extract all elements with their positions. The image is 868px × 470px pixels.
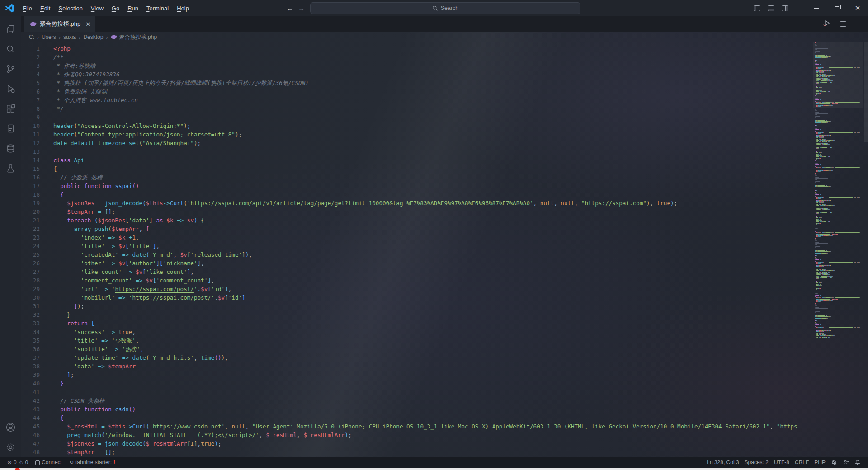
minimize-button[interactable] [806, 0, 826, 16]
tab-close-icon[interactable]: ✕ [85, 21, 90, 28]
problems-indicator[interactable]: ⊗ 0 ⚠ 0 [5, 457, 31, 468]
line-number: 28 [21, 276, 40, 285]
settings-gear-icon[interactable] [0, 437, 21, 457]
encoding-setting[interactable]: UTF-8 [771, 459, 792, 465]
line-number: 15 [21, 164, 40, 173]
code-line: 43 public function csdn() [21, 405, 811, 414]
feedback-person-icon[interactable] [840, 459, 852, 465]
tabnine-status[interactable]: ↻ tabnine starter: ! [66, 457, 118, 468]
code-pane[interactable]: 1<?php2/**3 * 作者:苏晓晴4 * 作者QQ:30741938365… [21, 42, 811, 457]
menu-bar: FileEditSelectionViewGoRunTerminalHelp [19, 3, 193, 14]
activity-bar [0, 16, 21, 457]
editor-more-actions-icon[interactable]: ⋯ [855, 20, 863, 28]
line-number: 13 [21, 147, 40, 156]
global-search-input[interactable]: Search [310, 2, 580, 14]
code-line: 8 */ [21, 104, 811, 113]
line-number: 43 [21, 405, 40, 414]
code-line: 45 $_resHtml = $this->Curl('https://www.… [21, 422, 811, 431]
menu-file[interactable]: File [19, 3, 36, 14]
breadcrumb-segment[interactable]: suxia [63, 34, 76, 40]
breadcrumb-separator: › [106, 34, 108, 41]
language-mode[interactable]: PHP [811, 459, 828, 465]
toggle-secondary-sidebar-icon[interactable] [782, 5, 788, 11]
line-number: 32 [21, 310, 40, 319]
search-sidebar-icon[interactable] [0, 39, 21, 59]
customize-layout-icon[interactable] [796, 6, 802, 11]
line-number: 21 [21, 216, 40, 225]
line-number: 46 [21, 431, 40, 439]
code-line: 46 preg_match('/window.__INITIAL_STATE__… [21, 431, 811, 439]
tab-active-file[interactable]: 聚合热搜榜.php ✕ [24, 16, 95, 32]
code-line: 10header("Access-Control-Allow-Origin:*"… [21, 122, 811, 130]
account-icon[interactable] [0, 417, 21, 437]
restore-button[interactable] [826, 0, 847, 16]
line-number: 22 [21, 225, 40, 233]
menu-run[interactable]: Run [124, 3, 142, 14]
line-number: 3 [21, 61, 40, 70]
menu-selection[interactable]: Selection [55, 3, 86, 14]
code-editor[interactable]: 1<?php2/**3 * 作者:苏晓晴4 * 作者QQ:30741938365… [21, 42, 868, 457]
breadcrumb: C:›Users›suxia›Desktop› 聚合热搜榜.php [21, 32, 868, 42]
code-line: 17 public function sspai() [21, 182, 811, 190]
php-file-icon [111, 34, 117, 40]
split-editor-icon[interactable] [840, 21, 846, 27]
warning-count: 0 [25, 459, 28, 465]
menu-view[interactable]: View [87, 3, 107, 14]
indentation-setting[interactable]: Spaces: 2 [742, 459, 771, 465]
tabnine-label: tabnine starter: [75, 459, 112, 465]
run-file-icon[interactable] [823, 19, 831, 29]
error-icon: ⊗ [7, 459, 12, 465]
toggle-sidebar-icon[interactable] [754, 5, 760, 11]
database-extension-icon[interactable] [0, 138, 21, 158]
menu-edit[interactable]: Edit [37, 3, 54, 14]
menu-help[interactable]: Help [173, 3, 193, 14]
code-line: 40 } [21, 379, 811, 388]
menu-go[interactable]: Go [108, 3, 123, 14]
code-line: 2/** [21, 53, 811, 61]
nav-forward-icon[interactable]: → [298, 5, 305, 12]
code-line: 32 } [21, 310, 811, 319]
scrollbar-thumb[interactable] [864, 42, 868, 142]
nav-back-icon[interactable]: ← [287, 5, 293, 12]
line-number: 10 [21, 122, 40, 130]
menu-terminal[interactable]: Terminal [143, 3, 172, 14]
test-beaker-icon[interactable] [0, 158, 21, 178]
breadcrumb-segment[interactable]: Desktop [83, 34, 103, 40]
error-count: 0 [14, 459, 17, 465]
line-number: 34 [21, 328, 40, 336]
notifications-bell-icon[interactable] [852, 459, 863, 465]
line-number: 4 [21, 70, 40, 79]
toggle-panel-icon[interactable] [768, 5, 774, 11]
breadcrumb-file[interactable]: 聚合热搜榜.php [111, 33, 157, 41]
line-number: 2 [21, 53, 40, 61]
source-control-icon[interactable] [0, 59, 21, 79]
minimap[interactable] [813, 42, 863, 457]
code-line: 15{ [21, 164, 811, 173]
line-number: 7 [21, 96, 40, 104]
run-debug-icon[interactable] [0, 79, 21, 99]
code-line: 26 'other' => $v['author']['nickname'], [21, 259, 811, 268]
cursor-position[interactable]: Ln 328, Col 3 [704, 459, 741, 465]
close-button[interactable]: ✕ [847, 0, 868, 16]
breadcrumb-segment[interactable]: C: [29, 34, 34, 40]
line-number: 23 [21, 233, 40, 242]
editor-scrollbar[interactable] [863, 42, 868, 457]
code-line: 39 ]; [21, 371, 811, 379]
status-bar: ⊗ 0 ⚠ 0 Connect ↻ tabnine starter: ! Ln … [0, 457, 868, 468]
tabnine-alert: ! [113, 459, 115, 465]
code-line: 18 { [21, 190, 811, 199]
code-line: 41 [21, 388, 811, 396]
eol-setting[interactable]: CRLF [792, 459, 811, 465]
code-line: 12date_default_timezone_set("Asia/Shangh… [21, 139, 811, 147]
notifications-muted-icon[interactable] [828, 459, 840, 465]
vscode-logo-icon [5, 3, 14, 13]
connect-button[interactable]: Connect [33, 457, 65, 468]
line-number: 24 [21, 242, 40, 250]
php-file-icon [30, 21, 37, 27]
extensions-icon[interactable] [0, 99, 21, 118]
explorer-icon[interactable] [0, 19, 21, 39]
line-number: 45 [21, 422, 40, 431]
line-number: 30 [21, 293, 40, 302]
notebook-extension-icon[interactable] [0, 118, 21, 138]
breadcrumb-segment[interactable]: Users [42, 34, 56, 40]
